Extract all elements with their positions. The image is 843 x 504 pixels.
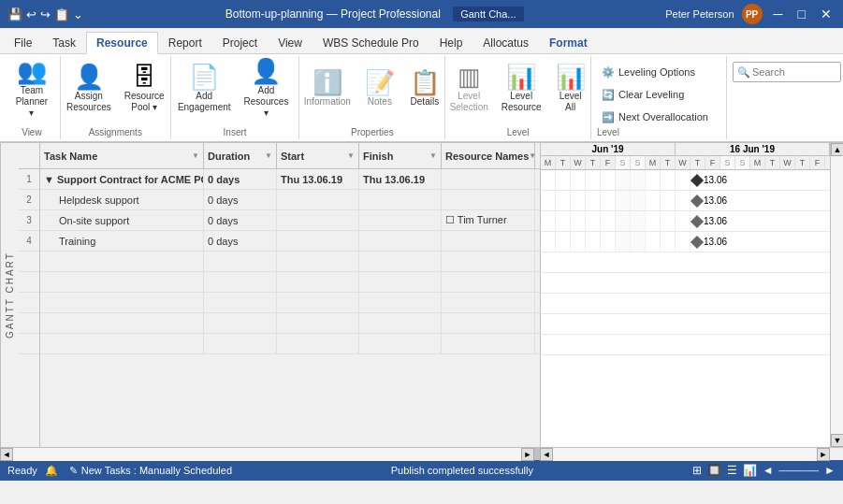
start-cell-empty-2[interactable]: [277, 272, 359, 292]
finish-cell-2[interactable]: [359, 190, 442, 209]
duration-cell-empty-5[interactable]: [204, 334, 277, 353]
duration-cell-3[interactable]: 0 days: [204, 210, 277, 230]
duration-header[interactable]: Duration ▼: [204, 143, 277, 168]
leveling-options-button[interactable]: ⚙️ Leveling Options: [597, 62, 713, 82]
resource-cell-empty-3[interactable]: [442, 293, 535, 312]
task-name-cell-empty-1[interactable]: [40, 252, 204, 271]
finish-cell-empty-4[interactable]: [359, 313, 442, 333]
level-selection-button[interactable]: ▥ LevelSelection: [445, 58, 493, 120]
clear-leveling-button[interactable]: 🔄 Clear Leveling: [597, 84, 713, 105]
finish-cell-empty-2[interactable]: [359, 272, 442, 292]
level-all-button[interactable]: 📊 LevelAll: [550, 58, 591, 120]
vertical-scrollbar[interactable]: ▲ ▼: [830, 143, 843, 447]
start-cell-4[interactable]: [277, 231, 359, 251]
duration-cell-empty-3[interactable]: [204, 293, 277, 312]
tab-help[interactable]: Help: [429, 31, 473, 53]
finish-cell-1[interactable]: Thu 13.06.19: [359, 169, 442, 189]
scroll-down-button[interactable]: ▼: [831, 434, 843, 447]
search-input[interactable]: [752, 66, 836, 78]
task-name-cell-3[interactable]: On-site support: [40, 210, 204, 230]
task-name-cell-1[interactable]: ▼ Support Contract for ACME PO#1234: [40, 169, 204, 189]
search-box[interactable]: 🔍: [733, 62, 841, 82]
resource-cell-4[interactable]: [442, 231, 535, 251]
tab-format[interactable]: Format: [539, 31, 598, 53]
start-cell-3[interactable]: [277, 210, 359, 230]
scroll-up-button[interactable]: ▲: [831, 143, 843, 156]
add-resources-button[interactable]: 👤 AddResources ▾: [238, 58, 296, 120]
save-icon[interactable]: 💾: [7, 7, 22, 22]
start-cell-2[interactable]: [277, 190, 359, 209]
status-icon-list[interactable]: ☰: [727, 464, 737, 477]
resource-cell-empty-1[interactable]: [442, 252, 535, 271]
task-name-cell-4[interactable]: Training: [40, 231, 204, 251]
h-scroll-track-left[interactable]: [13, 448, 521, 461]
task-name-cell-empty-5[interactable]: [40, 334, 204, 353]
gantt-h-scroll-track[interactable]: [553, 448, 817, 461]
tab-task[interactable]: Task: [42, 31, 86, 53]
minimize-button[interactable]: ─: [770, 7, 787, 22]
gantt-scroll-right-button[interactable]: ►: [817, 448, 830, 461]
task-name-cell-empty-2[interactable]: [40, 272, 204, 292]
finish-cell-empty-1[interactable]: [359, 252, 442, 271]
resource-names-header[interactable]: Resource Names ▼: [442, 143, 535, 168]
resource-cell-empty-2[interactable]: [442, 272, 535, 292]
start-cell-1[interactable]: Thu 13.06.19: [277, 169, 359, 189]
scroll-left-button[interactable]: ◄: [0, 448, 13, 461]
tab-project[interactable]: Project: [212, 31, 268, 53]
duration-cell-empty-1[interactable]: [204, 252, 277, 271]
details-button[interactable]: 📋 Details: [404, 58, 445, 120]
status-icon-next[interactable]: ►: [824, 464, 836, 477]
resource-cell-empty-5[interactable]: [442, 334, 535, 353]
duration-cell-empty-2[interactable]: [204, 272, 277, 292]
duration-cell-4[interactable]: 0 days: [204, 231, 277, 251]
more-icon[interactable]: ⌄: [73, 7, 83, 22]
task-name-cell-2[interactable]: Helpdesk support: [40, 190, 204, 209]
tab-report[interactable]: Report: [158, 31, 212, 53]
finish-cell-empty-3[interactable]: [359, 293, 442, 312]
scroll-right-button[interactable]: ►: [521, 448, 534, 461]
finish-cell-empty-5[interactable]: [359, 334, 442, 353]
tab-file[interactable]: File: [4, 31, 42, 53]
status-icon-grid[interactable]: 🔲: [707, 464, 721, 477]
tab-view[interactable]: View: [268, 31, 312, 53]
start-cell-empty-3[interactable]: [277, 293, 359, 312]
tab-allocatus[interactable]: Allocatus: [472, 31, 539, 53]
gantt-scroll-left-button[interactable]: ◄: [540, 448, 553, 461]
notes-button[interactable]: 📝 Notes: [359, 58, 400, 120]
user-avatar[interactable]: PP: [742, 4, 763, 24]
redo-icon[interactable]: ↪: [40, 7, 51, 22]
resource-cell-1[interactable]: [442, 169, 535, 189]
task-name-cell-empty-3[interactable]: [40, 293, 204, 312]
finish-cell-4[interactable]: [359, 231, 442, 251]
start-cell-empty-5[interactable]: [277, 334, 359, 353]
resource-cell-3[interactable]: ☐ Tim Turner: [442, 210, 535, 230]
assign-resources-button[interactable]: 👤 AssignResources: [62, 58, 116, 120]
resource-cell-empty-4[interactable]: [442, 313, 535, 333]
level-resource-button[interactable]: 📊 LevelResource: [497, 58, 546, 120]
tab-wbs[interactable]: WBS Schedule Pro: [312, 31, 429, 53]
team-planner-button[interactable]: 👥 TeamPlanner ▾: [9, 58, 54, 120]
task-name-cell-empty-4[interactable]: [40, 313, 204, 333]
undo-icon[interactable]: ↩: [26, 7, 36, 22]
resource-cell-2[interactable]: [442, 190, 535, 209]
maximize-button[interactable]: □: [794, 7, 809, 22]
close-button[interactable]: ✕: [817, 7, 836, 22]
resource-pool-button[interactable]: 🗄 ResourcePool ▾: [120, 58, 169, 120]
start-header[interactable]: Start ▼: [277, 143, 359, 168]
task-icon[interactable]: 📋: [54, 7, 69, 22]
finish-cell-3[interactable]: [359, 210, 442, 230]
duration-cell-1[interactable]: 0 days: [204, 169, 277, 189]
duration-cell-empty-4[interactable]: [204, 313, 277, 333]
status-icon-gantt[interactable]: ⊞: [692, 464, 702, 477]
start-cell-empty-1[interactable]: [277, 252, 359, 271]
status-icon-chart[interactable]: 📊: [743, 464, 757, 477]
duration-cell-2[interactable]: 0 days: [204, 190, 277, 209]
task-name-header[interactable]: Task Name ▼: [40, 143, 204, 168]
start-cell-empty-4[interactable]: [277, 313, 359, 333]
next-overallocation-button[interactable]: ➡️ Next Overallocation: [597, 107, 713, 127]
scroll-track[interactable]: [831, 156, 843, 434]
tab-resource[interactable]: Resource: [86, 32, 158, 54]
add-engagement-button[interactable]: 📄 AddEngagement: [175, 58, 234, 120]
finish-header[interactable]: Finish ▼: [359, 143, 442, 168]
status-icon-prev[interactable]: ◄: [763, 464, 774, 477]
